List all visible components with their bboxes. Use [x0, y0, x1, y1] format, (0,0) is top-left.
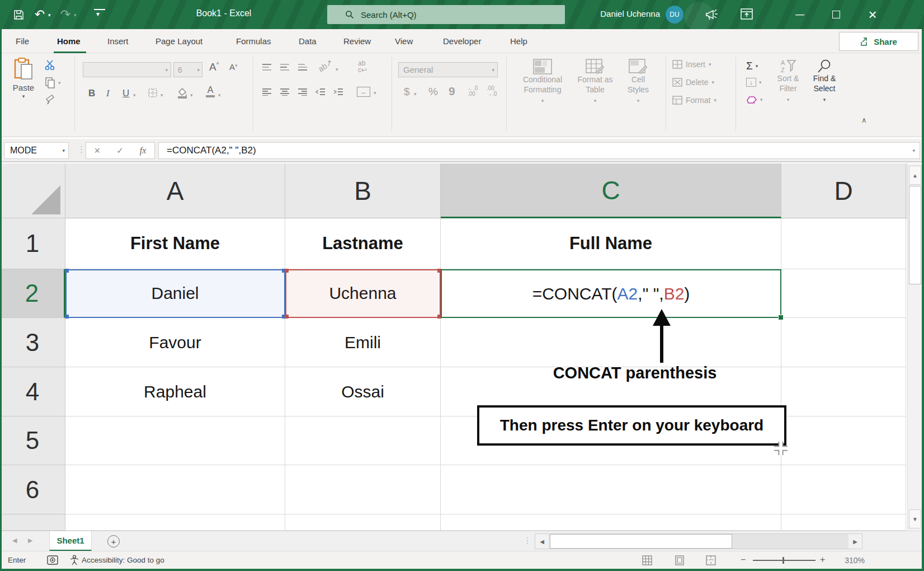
percent-style-button[interactable]: % — [428, 86, 438, 98]
paste-button[interactable]: Paste ▾ — [8, 58, 39, 99]
insert-cells-button[interactable]: Insert ▾ — [672, 60, 711, 69]
cell-c1[interactable]: Full Name — [441, 218, 781, 269]
sheet-tab-sheet1[interactable]: Sheet1 — [49, 531, 92, 551]
undo-dropdown[interactable]: ▾ — [48, 12, 51, 18]
tab-help[interactable]: Help — [508, 29, 530, 53]
active-cell-c2[interactable]: =CONCAT(A2," ",B2) — [441, 269, 781, 318]
align-center-button[interactable] — [280, 88, 290, 96]
ribbon-display-options-button[interactable] — [739, 7, 754, 21]
maximize-button[interactable] — [825, 3, 847, 26]
tab-page-layout[interactable]: Page Layout — [153, 29, 205, 53]
accounting-dropdown[interactable]: ▾ — [414, 91, 417, 97]
wrap-text-button[interactable]: abc↩ — [358, 60, 367, 73]
cell-a3[interactable]: Favour — [65, 318, 285, 367]
formula-ref-b2-highlight[interactable] — [285, 269, 441, 318]
row-header-1[interactable]: 1 — [0, 218, 65, 269]
delete-cells-button[interactable]: Delete ▾ — [672, 78, 714, 87]
scroll-up-button[interactable]: ▲ — [909, 166, 921, 185]
align-left-button[interactable] — [262, 88, 272, 96]
cell-c6[interactable] — [441, 465, 781, 514]
cell-d1[interactable] — [781, 218, 906, 269]
merge-center-dropdown[interactable]: ▾ — [374, 90, 376, 96]
borders-button[interactable] — [148, 88, 158, 98]
decrease-decimal-button[interactable]: .00 →.0 — [487, 86, 497, 97]
accounting-format-button[interactable]: $ — [404, 86, 410, 98]
minimize-button[interactable]: — — [789, 3, 811, 26]
format-cells-button[interactable]: Format ▾ — [672, 96, 716, 105]
font-color-button[interactable]: A — [206, 86, 215, 97]
row-header-7-partial[interactable] — [0, 514, 65, 531]
column-header-a[interactable]: A — [65, 163, 285, 218]
comma-style-button[interactable]: 9 — [449, 85, 455, 98]
save-button[interactable] — [11, 7, 26, 22]
zoom-level[interactable]: 310% — [838, 556, 865, 565]
cell-b5[interactable] — [285, 416, 441, 465]
horizontal-scroll-thumb[interactable] — [550, 534, 732, 549]
cell-b6[interactable] — [285, 465, 441, 514]
fill-handle[interactable] — [778, 315, 784, 320]
user-avatar[interactable]: DU — [666, 6, 683, 24]
row-header-3[interactable]: 3 — [0, 318, 65, 367]
font-size-combo[interactable]: 6 ▾ — [173, 62, 202, 77]
shrink-font-button[interactable]: A▾ — [229, 62, 238, 72]
tab-formulas[interactable]: Formulas — [234, 29, 274, 53]
copy-dropdown[interactable]: ▾ — [58, 80, 61, 86]
cell-c3[interactable] — [441, 318, 781, 367]
grow-font-button[interactable]: A^ — [209, 61, 219, 73]
row-header-2[interactable]: 2 — [0, 269, 65, 318]
cancel-formula-button[interactable]: × — [95, 145, 101, 157]
format-as-table-button[interactable]: Format as Table ▾ — [572, 59, 619, 105]
zoom-in-button[interactable]: + — [820, 555, 825, 565]
scroll-down-button[interactable]: ▼ — [909, 509, 921, 528]
cell-d7-partial[interactable] — [781, 514, 906, 531]
formula-ref-a2-highlight[interactable] — [65, 269, 285, 318]
close-button[interactable]: × — [861, 3, 884, 26]
conditional-formatting-button[interactable]: Conditional Formatting ▾ — [516, 59, 569, 105]
tab-data[interactable]: Data — [296, 29, 319, 53]
formula-bar-expand[interactable]: ▾ — [912, 148, 915, 153]
feedback-button[interactable] — [704, 7, 719, 22]
undo-button[interactable]: ↶ — [32, 7, 47, 22]
vertical-scroll-thumb[interactable] — [909, 186, 921, 284]
hscroll-left-button[interactable]: ◀ — [535, 534, 549, 549]
tab-review[interactable]: Review — [341, 29, 373, 53]
middle-align-button[interactable] — [280, 63, 290, 71]
horizontal-scrollbar[interactable]: ◀ ▶ — [535, 533, 862, 549]
page-layout-view-button[interactable] — [675, 555, 685, 565]
zoom-slider-track[interactable] — [753, 560, 815, 561]
merge-center-button[interactable]: ↔ — [357, 87, 370, 97]
font-color-dropdown[interactable]: ▾ — [218, 92, 221, 98]
fill-color-button[interactable] — [177, 87, 188, 99]
cell-a4[interactable]: Rapheal — [65, 367, 285, 416]
enter-formula-button[interactable]: ✓ — [116, 146, 124, 156]
fill-button[interactable]: ↓ ▾ — [746, 78, 762, 87]
cell-d2[interactable] — [781, 269, 906, 318]
font-name-combo[interactable]: ▾ — [83, 62, 171, 77]
formula-input[interactable]: =CONCAT(A2," ",B2) ▾ — [158, 142, 920, 159]
macro-record-icon[interactable] — [47, 555, 58, 565]
increase-indent-button[interactable] — [333, 88, 343, 96]
autosum-button[interactable]: Σ ▾ — [746, 60, 758, 72]
top-align-button[interactable] — [262, 63, 272, 71]
search-box[interactable]: Search (Alt+Q) — [327, 5, 565, 24]
sheet-nav-left[interactable]: ◀ — [12, 537, 17, 544]
redo-dropdown[interactable]: ▾ — [74, 12, 77, 18]
accessibility-icon[interactable] — [69, 555, 79, 566]
normal-view-button[interactable] — [642, 555, 652, 565]
zoom-slider-thumb[interactable] — [782, 557, 784, 564]
insert-function-button[interactable]: fx — [140, 146, 147, 156]
ref-handle[interactable] — [65, 315, 69, 319]
row-header-5[interactable]: 5 — [0, 416, 65, 465]
cell-d5[interactable] — [781, 416, 906, 465]
align-right-button[interactable] — [298, 88, 308, 96]
row-header-4[interactable]: 4 — [0, 367, 65, 416]
tab-file[interactable]: File — [13, 29, 31, 53]
tab-view[interactable]: View — [393, 29, 415, 53]
orientation-dropdown[interactable]: ▾ — [336, 67, 338, 72]
column-header-d[interactable]: D — [781, 163, 906, 218]
hscroll-right-button[interactable]: ▶ — [848, 534, 862, 549]
row-header-6[interactable]: 6 — [0, 465, 65, 514]
cell-a5[interactable] — [65, 416, 285, 465]
page-break-view-button[interactable] — [706, 555, 716, 565]
column-header-b[interactable]: B — [285, 163, 441, 218]
